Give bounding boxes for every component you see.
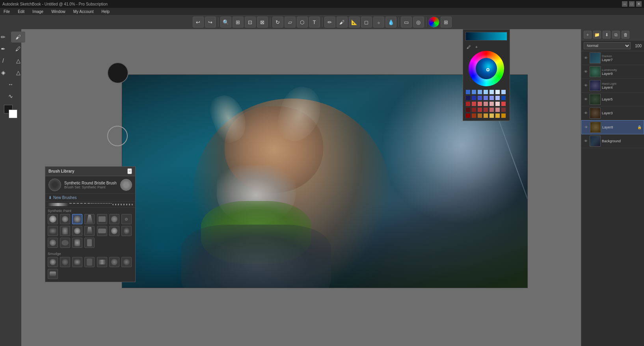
rotate-button[interactable]: ↻ [272, 17, 283, 28]
brush-thumb-2[interactable] [60, 214, 70, 224]
symmetry-button[interactable]: ⬡ [297, 17, 308, 28]
smudge-left-button[interactable]: ∿ [2, 91, 19, 102]
zoom-button[interactable]: 🔍 [220, 17, 231, 28]
blend-mode-select[interactable]: Normal Multiply Screen Overlay Darken Li… [584, 42, 631, 49]
swatch-4-6[interactable] [495, 107, 500, 112]
color-preview-bar[interactable] [465, 32, 507, 41]
swatch-4-3[interactable] [477, 107, 482, 112]
text-button[interactable]: T [309, 17, 320, 28]
brush-tool-button[interactable]: 🖌 [337, 17, 348, 28]
swatch-2-1[interactable] [465, 95, 471, 100]
brush-thumb-r11[interactable] [84, 238, 95, 248]
brush-thumb-r4[interactable] [84, 226, 95, 236]
menu-help[interactable]: Help [100, 9, 111, 14]
layer-item-5[interactable]: 👁 Layer5 [581, 93, 644, 106]
swatch-2-2[interactable] [471, 95, 476, 100]
brush-preview-dark[interactable] [107, 62, 128, 84]
swatch-4-7[interactable] [501, 107, 506, 112]
brush-thumb-r5[interactable] [97, 226, 107, 236]
layer-7-visibility[interactable]: 👁 [583, 55, 588, 61]
swatch-3-5[interactable] [489, 101, 494, 106]
smudge-thumb-4[interactable] [84, 257, 95, 267]
swatch-1-5[interactable] [489, 89, 494, 95]
swatch-5-7[interactable] [501, 113, 506, 118]
maximize-button[interactable]: □ [629, 1, 635, 7]
swatch-3-3[interactable] [477, 101, 482, 106]
smudge-thumb-7[interactable] [121, 257, 132, 267]
layer-8-visibility[interactable]: 👁 [583, 125, 589, 130]
pencil-left-button[interactable]: ✏ [0, 32, 10, 43]
menu-edit[interactable]: Edit [17, 9, 26, 14]
folder-layer-button[interactable]: 📁 [593, 31, 601, 39]
brush-preview-light[interactable] [107, 126, 128, 146]
swatch-1-6[interactable] [495, 89, 500, 95]
swatch-2-4[interactable] [483, 95, 488, 100]
redo-button[interactable]: ↪ [205, 17, 216, 28]
color-swatch-pair[interactable] [4, 105, 17, 118]
layer-item-8[interactable]: 👁 Layer8 🔒 [581, 120, 644, 134]
swatch-4-2[interactable] [471, 107, 476, 112]
shapes-left-button[interactable]: △ [11, 55, 25, 66]
shapes-button[interactable]: ▭ [401, 17, 412, 28]
swatch-1-2[interactable] [471, 89, 476, 95]
layer-3-visibility[interactable]: 👁 [583, 110, 588, 116]
pencil-tool-button[interactable]: ✏ [324, 17, 335, 28]
brush-thumb-r6[interactable] [109, 226, 119, 236]
smudge-thumb-5[interactable] [97, 257, 107, 267]
minimize-button[interactable]: ─ [622, 1, 627, 7]
layer-bg-visibility[interactable]: 👁 [583, 138, 588, 144]
brush-settings-button[interactable]: ⚙ [121, 214, 132, 224]
brush-thumb-3[interactable] [72, 214, 82, 224]
swatch-1-4[interactable] [483, 89, 488, 95]
layer-9-visibility[interactable]: 👁 [583, 69, 588, 74]
swatch-1-7[interactable] [501, 89, 506, 95]
swatch-5-3[interactable] [477, 113, 482, 118]
import-layer-button[interactable]: ⬇ [603, 31, 610, 39]
new-brushes-button[interactable]: ⬇ New Brushes [45, 194, 135, 202]
brush-thumb-4[interactable] [84, 214, 95, 224]
swatch-3-7[interactable] [501, 101, 506, 106]
swatch-5-1[interactable] [465, 113, 471, 118]
marquee-button[interactable]: ⊞ [233, 17, 244, 28]
delete-layer-button[interactable]: 🗑 [622, 31, 629, 39]
brush-left-button[interactable]: 🖌 [11, 32, 25, 43]
smudge-thumb-1[interactable] [48, 257, 58, 267]
eyedrop-button[interactable]: 💧 [385, 17, 396, 28]
background-swatch[interactable] [9, 110, 17, 118]
brush-thumb-r3[interactable] [72, 226, 82, 236]
swatch-3-6[interactable] [495, 101, 500, 106]
brush-thumb-1[interactable] [48, 214, 58, 224]
swatch-5-5[interactable] [489, 113, 494, 118]
eraser-button[interactable]: ◻ [361, 17, 372, 28]
canvas-area[interactable]: Brush Library ✕ Synthetic Round Bristle … [21, 29, 644, 346]
swatch-2-7[interactable] [501, 95, 506, 100]
smudge-thumb-3[interactable] [72, 257, 82, 267]
menu-window[interactable]: Window [50, 9, 67, 14]
swatch-3-1[interactable] [465, 101, 471, 106]
swatch-4-1[interactable] [465, 107, 471, 112]
marker-button[interactable]: 🖊 [11, 43, 25, 54]
color-wheel[interactable] [469, 51, 504, 86]
brush-thumb-5[interactable] [97, 214, 107, 224]
add-layer-button[interactable]: + [584, 31, 592, 39]
swatch-5-4[interactable] [483, 113, 488, 118]
close-button[interactable]: ✕ [636, 1, 642, 7]
perspective-button[interactable]: ▱ [285, 17, 296, 28]
menu-image[interactable]: Image [31, 9, 45, 14]
color-wheel-container[interactable] [469, 51, 504, 86]
brush-thumb-r8[interactable] [48, 238, 58, 248]
layer-item-3[interactable]: 👁 Layer3 [581, 106, 644, 120]
ink-button[interactable]: ✒ [0, 43, 10, 54]
brush-thumb-6[interactable] [109, 214, 119, 224]
layer-item-7[interactable]: 👁 Darken Layer7 [581, 51, 644, 65]
transform-button[interactable]: ⊠ [257, 17, 268, 28]
eyedrop-color-button[interactable]: 🖉 [465, 44, 472, 50]
swatch-3-4[interactable] [483, 101, 488, 106]
crop-button[interactable]: ⊡ [245, 17, 256, 28]
brush-thumb-r10[interactable] [72, 238, 82, 248]
swatch-1-1[interactable] [465, 89, 471, 95]
smudge-thumb-6[interactable] [109, 257, 119, 267]
layer-item-4[interactable]: 👁 Hard Light Layer4 [581, 79, 644, 93]
brush-thumb-r2[interactable] [60, 226, 70, 236]
undo-button[interactable]: ↩ [193, 17, 204, 28]
